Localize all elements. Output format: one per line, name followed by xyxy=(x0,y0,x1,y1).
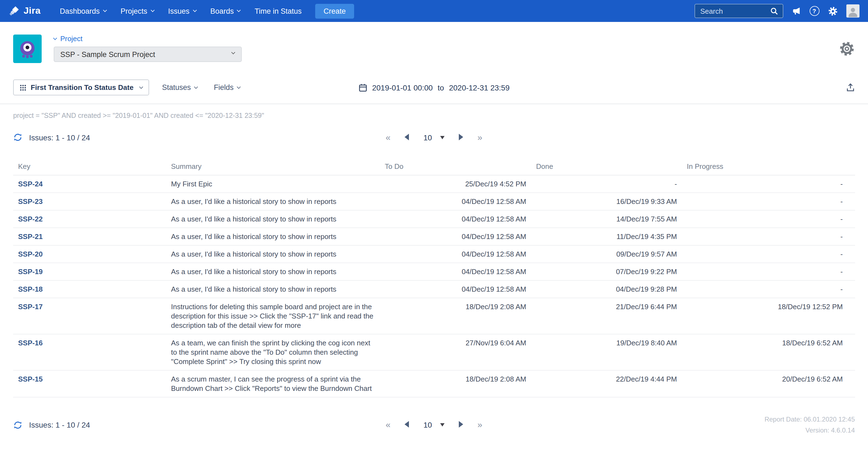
issue-key-link[interactable]: SSP-22 xyxy=(18,215,43,223)
help-icon[interactable]: ? xyxy=(809,6,819,16)
issue-summary-cell: As a user, I'd like a historical story t… xyxy=(166,280,380,298)
grid-icon xyxy=(20,84,26,91)
issue-summary-cell: As a user, I'd like a historical story t… xyxy=(166,245,380,263)
issue-todo-date: 04/Dec/19 12:58 AM xyxy=(380,263,531,280)
project-select[interactable]: SSP - Sample Scrum Project xyxy=(54,47,242,62)
chevron-down-icon xyxy=(139,85,143,89)
table-row: SSP-15 As a scrum master, I can see the … xyxy=(13,370,855,397)
nav-right: ? xyxy=(694,4,859,18)
project-avatar xyxy=(13,34,42,63)
issue-todo-date: 04/Dec/19 12:58 AM xyxy=(380,210,531,228)
date-from: 2019-01-01 00:00 xyxy=(372,83,433,92)
issue-todo-date: 04/Dec/19 12:58 AM xyxy=(380,193,531,210)
first-page-button[interactable]: « xyxy=(385,421,391,429)
search-input[interactable] xyxy=(699,6,770,16)
col-header-done[interactable]: Done xyxy=(531,157,682,175)
nav-item-issues[interactable]: Issues xyxy=(161,0,203,22)
export-icon[interactable] xyxy=(845,83,855,92)
refresh-icon[interactable] xyxy=(13,133,23,142)
issue-key-cell: SSP-20 xyxy=(13,245,166,263)
chevron-down-icon xyxy=(53,36,57,40)
issue-summary-cell: As a user, I'd like a historical story t… xyxy=(166,263,380,280)
issue-key-cell: SSP-17 xyxy=(13,298,166,334)
create-button[interactable]: Create xyxy=(315,4,354,18)
issue-inprogress-date: - xyxy=(682,228,855,245)
project-selector-group: Project SSP - Sample Scrum Project xyxy=(54,34,242,62)
issues-count-label: Issues: 1 - 10 / 24 xyxy=(29,421,90,429)
page-size-select[interactable]: 10 xyxy=(424,133,444,142)
report-settings-gear-icon[interactable] xyxy=(838,40,855,57)
last-page-button[interactable]: » xyxy=(477,421,483,429)
nav-item-boards[interactable]: Boards xyxy=(203,0,247,22)
issue-key-cell: SSP-16 xyxy=(13,334,166,370)
issue-inprogress-date: - xyxy=(682,280,855,298)
col-header-summary[interactable]: Summary xyxy=(166,157,380,175)
next-page-button[interactable] xyxy=(459,421,463,429)
issue-key-link[interactable]: SSP-18 xyxy=(18,285,43,293)
date-range-picker[interactable]: 2019-01-01 00:00 to 2020-12-31 23:59 xyxy=(359,83,510,92)
statuses-dropdown[interactable]: Statuses xyxy=(162,83,197,92)
issue-key-link[interactable]: SSP-19 xyxy=(18,268,43,276)
prev-triangle-icon xyxy=(405,421,409,428)
search-box xyxy=(694,4,783,18)
issue-key-link[interactable]: SSP-16 xyxy=(18,339,43,347)
issues-table: Key Summary To Do Done In Progress SSP-2… xyxy=(13,157,855,397)
issue-inprogress-date: - xyxy=(682,175,855,193)
table-row: SSP-17 Instructions for deleting this sa… xyxy=(13,298,855,334)
project-header: Project SSP - Sample Scrum Project xyxy=(0,22,868,63)
issue-summary-cell: As a team, we can finish the sprint by c… xyxy=(166,334,380,370)
table-row: SSP-16 As a team, we can finish the spri… xyxy=(13,334,855,370)
issue-key-link[interactable]: SSP-15 xyxy=(18,375,43,383)
page-size-select[interactable]: 10 xyxy=(424,421,444,429)
nav-item-label: Time in Status xyxy=(255,7,302,15)
nav-item-time-in-status[interactable]: Time in Status xyxy=(247,0,309,22)
issue-done-date: 21/Dec/19 6:44 PM xyxy=(531,298,682,334)
nav-item-projects[interactable]: Projects xyxy=(114,0,161,22)
issue-done-date: 22/Dec/19 4:44 PM xyxy=(531,370,682,397)
issue-key-link[interactable]: SSP-24 xyxy=(18,180,43,188)
report-toolbar: First Transition To Status Date Statuses… xyxy=(0,63,868,104)
issue-done-date: 04/Dec/19 9:28 PM xyxy=(531,280,682,298)
issue-inprogress-date: 20/Dec/19 6:52 AM xyxy=(682,370,855,397)
prev-page-button[interactable] xyxy=(405,421,409,429)
issue-done-date: 19/Dec/19 8:40 AM xyxy=(531,334,682,370)
user-avatar[interactable] xyxy=(846,4,859,18)
issue-summary-cell: As a user, I'd like a historical story t… xyxy=(166,210,380,228)
issue-key-link[interactable]: SSP-21 xyxy=(18,233,43,241)
settings-gear-icon[interactable] xyxy=(828,6,838,16)
col-header-key[interactable]: Key xyxy=(13,157,166,175)
issue-inprogress-date: 18/Dec/19 12:52 PM xyxy=(682,298,855,334)
col-header-todo[interactable]: To Do xyxy=(380,157,531,175)
table-row: SSP-23 As a user, I'd like a historical … xyxy=(13,193,855,210)
date-separator: to xyxy=(438,83,444,92)
issue-todo-date: 25/Dec/19 4:52 PM xyxy=(380,175,531,193)
jira-home-link[interactable]: Jira xyxy=(9,5,40,17)
next-triangle-icon xyxy=(459,421,463,428)
issue-key-cell: SSP-19 xyxy=(13,263,166,280)
nav-item-dashboards[interactable]: Dashboards xyxy=(53,0,114,22)
issue-key-link[interactable]: SSP-23 xyxy=(18,198,43,206)
chevron-down-icon xyxy=(231,51,235,54)
last-page-button[interactable]: » xyxy=(477,133,483,142)
chevron-down-icon xyxy=(237,85,241,89)
issue-done-date: 11/Dec/19 4:35 PM xyxy=(531,228,682,245)
nav-item-label: Projects xyxy=(121,7,148,15)
fields-dropdown[interactable]: Fields xyxy=(214,83,240,92)
announcement-icon[interactable] xyxy=(791,6,801,16)
col-header-inprogress[interactable]: In Progress xyxy=(682,157,855,175)
table-row: SSP-19 As a user, I'd like a historical … xyxy=(13,263,855,280)
version-label: Version: 4.6.0.14 xyxy=(765,425,855,436)
issue-key-link[interactable]: SSP-20 xyxy=(18,250,43,258)
report-type-button[interactable]: First Transition To Status Date xyxy=(13,80,149,95)
issue-summary-cell: My First Epic xyxy=(166,175,380,193)
refresh-icon[interactable] xyxy=(13,420,23,429)
search-icon[interactable] xyxy=(770,7,778,15)
report-meta: Report Date: 06.01.2020 12:45 Version: 4… xyxy=(765,414,855,436)
issues-count-group: Issues: 1 - 10 / 24 xyxy=(13,420,385,429)
first-page-button[interactable]: « xyxy=(385,133,391,142)
project-type-dropdown[interactable]: Project xyxy=(54,34,242,43)
next-page-button[interactable] xyxy=(459,133,463,142)
issue-key-link[interactable]: SSP-17 xyxy=(18,303,43,311)
issue-todo-date: 18/Dec/19 2:08 AM xyxy=(380,370,531,397)
prev-page-button[interactable] xyxy=(405,133,409,142)
